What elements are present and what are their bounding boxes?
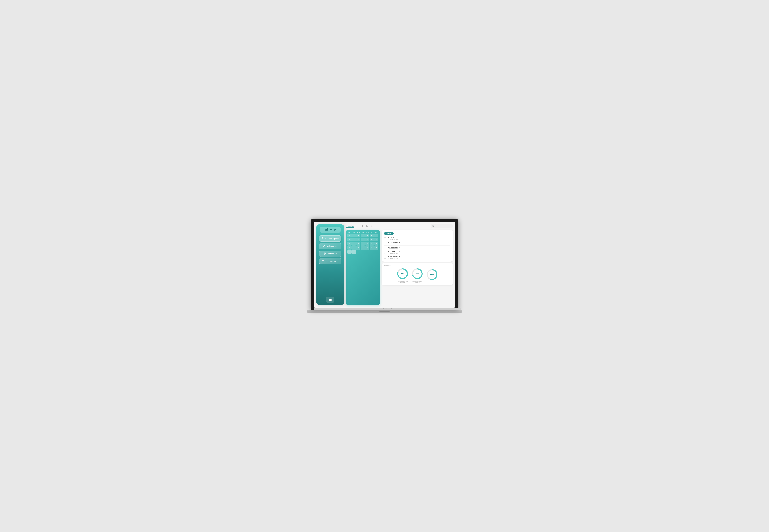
tab-contacts[interactable]: Contacts (365, 225, 373, 228)
name-item-content: Name 01 Name 01 Name 01 (388, 237, 398, 240)
cal-cell[interactable]: 7 (374, 234, 378, 237)
logo-box: eProp (320, 227, 341, 233)
donut-label: 80% (401, 273, 404, 275)
stat-item-stat2: 70% Completed tenant request (411, 268, 423, 284)
cal-cell[interactable]: 5 (365, 234, 369, 237)
tab-properties[interactable]: Properties (346, 225, 354, 228)
cal-cell[interactable]: 7 (374, 246, 378, 250)
laptop-wrapper: eProp Tenant Requests (307, 219, 462, 313)
name-item-subtitle: Name 01 Name 01 (388, 248, 401, 250)
name-checkbox[interactable] (384, 242, 386, 244)
tab-tenant[interactable]: Tenant (357, 225, 363, 228)
laptop-screen: eProp Tenant Requests (314, 222, 455, 308)
name-checkbox[interactable] (384, 247, 386, 249)
sidebar: eProp Tenant Requests (317, 224, 344, 305)
name-list-item[interactable]: Name 01 Name 01 Name 01 (384, 236, 450, 241)
name-item-content: Name 04 Name 04 Name 01 Name 01 (388, 256, 401, 259)
cal-cell[interactable] (352, 250, 356, 254)
cal-cell[interactable]: 1 (347, 242, 352, 246)
cal-cell[interactable]: 3 (356, 242, 360, 246)
name-checkbox[interactable] (384, 237, 386, 239)
nav-btn-maintenance[interactable]: Maintenance (319, 243, 341, 249)
cal-cell[interactable]: 6 (370, 234, 374, 237)
cal-cell[interactable]: 6 (370, 246, 374, 250)
cal-cell[interactable] (356, 250, 360, 254)
name-list-card: Name Name 01 Name 01 Name 01 Name 01 Nam… (382, 230, 453, 262)
name-item-content: Name 04 Name 04 Name 01 Name 01 (388, 251, 401, 254)
cal-cell[interactable]: 5 (365, 242, 369, 246)
donut-wrapper: 70% (411, 268, 423, 280)
cal-cell[interactable]: 5 (365, 246, 369, 250)
calendar-card: SAT SUN MON TUE WED THU FRI 123456712345… (346, 230, 380, 305)
cal-cell[interactable]: 5 (365, 238, 369, 241)
donut-label: 55% (430, 274, 434, 276)
name-item-subtitle: Name 01 Name 01 (388, 258, 401, 259)
stats-title: Properties (384, 265, 450, 266)
cal-label-fri: FRI (374, 232, 378, 233)
menu-icon (329, 299, 332, 301)
name-item-content: Name 03 Name 03 Name 01 Name 01 (388, 246, 401, 250)
cal-cell[interactable]: 1 (347, 238, 352, 241)
cal-cell[interactable]: 1 (347, 234, 352, 237)
search-icon: 🔍 (432, 225, 434, 227)
cal-cell[interactable] (347, 250, 352, 254)
macbook-label: MacBook Pro (382, 307, 393, 310)
donut-wrapper: 80% (397, 268, 409, 280)
nav-btn-tenant-requests[interactable]: Tenant Requests (319, 235, 341, 242)
stats-row: 80% Completed tenant request 70% Complet… (384, 268, 450, 284)
cal-cell[interactable]: 2 (352, 242, 356, 246)
name-list-item[interactable]: Name 04 Name 04 Name 01 Name 01 (384, 255, 450, 260)
name-list-item[interactable]: Name 03 Name 03 Name 01 Name 01 (384, 246, 450, 250)
name-item-subtitle: Name 01 Name 01 (388, 243, 401, 245)
main-content: Properties Tenant Contacts 🔍 SAT SUN (344, 222, 455, 308)
svg-rect-0 (325, 229, 326, 231)
nav-btn-work-order[interactable]: Work order (319, 251, 341, 257)
svg-point-3 (322, 237, 323, 238)
work-order-icon (324, 252, 326, 255)
cal-cell[interactable]: 2 (352, 234, 356, 237)
laptop-chin: MacBook Pro (314, 308, 461, 310)
cal-cell[interactable]: 7 (374, 238, 378, 241)
name-checkbox[interactable] (384, 252, 386, 254)
cal-cell[interactable]: 4 (361, 234, 365, 237)
name-list-item[interactable]: Name 01 Name 01 Name 01 Name 01 (384, 241, 450, 246)
name-item-subtitle: Name 01 Name 01 (388, 238, 398, 240)
search-box[interactable]: 🔍 (431, 224, 453, 228)
nav-btn-purchase-order[interactable]: Purchase order (319, 258, 341, 264)
cal-cell[interactable] (370, 250, 374, 254)
cal-cell[interactable]: 3 (356, 234, 360, 237)
cal-cell[interactable]: 3 (356, 238, 360, 241)
svg-rect-5 (324, 253, 326, 254)
stat-caption: Purchase orders (427, 281, 437, 283)
cal-cell[interactable]: 6 (370, 242, 374, 246)
cal-cell[interactable] (374, 250, 378, 254)
cal-cell[interactable]: 1 (347, 246, 352, 250)
calendar-header: SAT SUN MON TUE WED THU FRI (347, 232, 378, 233)
cal-cell[interactable]: 4 (361, 242, 365, 246)
cal-cell[interactable] (361, 250, 365, 254)
name-item-title: Name 01 (388, 237, 398, 238)
top-nav: Properties Tenant Contacts 🔍 (346, 224, 453, 228)
menu-button[interactable] (326, 297, 334, 303)
cal-cell[interactable]: 6 (370, 238, 374, 241)
nav-label-purchase-order: Purchase order (326, 260, 338, 262)
name-checkbox[interactable] (384, 257, 386, 259)
laptop-base (307, 310, 462, 313)
maintenance-icon (323, 245, 325, 248)
cal-cell[interactable]: 3 (356, 246, 360, 250)
cal-cell[interactable]: 2 (352, 246, 356, 250)
stat-caption: Completed tenant request (397, 280, 409, 284)
cal-cell[interactable]: 4 (361, 246, 365, 250)
laptop-notch (379, 311, 390, 312)
stats-card: Properties 80% Completed tenant request … (382, 263, 453, 285)
svg-rect-2 (327, 228, 328, 231)
cal-cell[interactable]: 4 (361, 238, 365, 241)
cal-cell[interactable]: 7 (374, 242, 378, 246)
name-list-item[interactable]: Name 04 Name 04 Name 01 Name 01 (384, 250, 450, 255)
nav-tabs: Properties Tenant Contacts (346, 225, 373, 228)
cal-label-thu: THU (370, 232, 374, 233)
name-item-content: Name 01 Name 01 Name 01 Name 01 (388, 241, 401, 245)
stat-item-stat1: 80% Completed tenant request (397, 268, 409, 284)
cal-cell[interactable] (365, 250, 369, 254)
cal-cell[interactable]: 2 (352, 238, 356, 241)
